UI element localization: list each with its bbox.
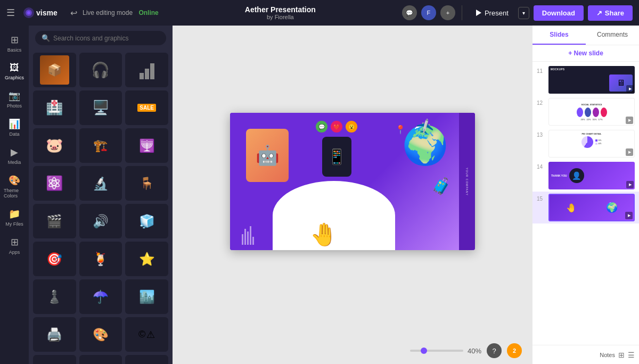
grid-view-button[interactable]: ⊞: [618, 351, 625, 359]
zoom-slider[interactable]: [410, 350, 463, 352]
undo-button[interactable]: ↩: [70, 8, 77, 18]
slide-thumb-14[interactable]: THANK YOU 👤 ▶: [548, 162, 635, 189]
icon-cell-5[interactable]: 🖥️: [79, 90, 122, 125]
download-button[interactable]: Download: [534, 5, 584, 21]
graphics-icon: 🖼: [10, 62, 19, 73]
add-collaborator-button[interactable]: +: [440, 5, 455, 20]
slide-number-11: 11: [537, 66, 545, 74]
slide-number-14: 14: [537, 162, 545, 170]
icon-cell-26[interactable]: 📈: [79, 355, 122, 364]
icon-cell-14[interactable]: 🔊: [79, 204, 122, 238]
slide-thumb-12[interactable]: SOCIAL STATISTICS 26% 22% 35% 17%: [548, 98, 635, 126]
new-slide-button[interactable]: + New slide: [532, 45, 639, 62]
icon-cell-10[interactable]: ⚛️: [33, 166, 76, 201]
sidebar-item-theme-colors[interactable]: 🎨 Theme Colors: [2, 170, 27, 203]
list-view-button[interactable]: ☰: [628, 351, 635, 359]
icon-cell-20[interactable]: ☂️: [79, 279, 122, 314]
app-logo: visme: [22, 6, 65, 19]
icon-cell-1[interactable]: 📦: [33, 53, 76, 87]
presentation-author: by Fiorella: [164, 14, 397, 20]
user-avatar[interactable]: F: [421, 5, 436, 20]
live-mode-indicator: Live editing mode Online: [83, 9, 159, 16]
right-panel: Slides Comments + New slide 11 MOCKUPS 🖥…: [532, 26, 639, 364]
icon-cell-8[interactable]: 🏗️: [79, 128, 122, 163]
sidebar-item-my-files[interactable]: 📁 My Files: [2, 204, 27, 231]
tab-slides[interactable]: Slides: [532, 26, 586, 45]
slide-thumb-11[interactable]: MOCKUPS 🖥 ▶: [548, 66, 635, 94]
sidebar-item-apps[interactable]: ⊞ Apps: [2, 232, 27, 259]
slide-item-12[interactable]: 12 SOCIAL STATISTICS 26% 22%: [532, 96, 639, 128]
icon-cell-11[interactable]: 🔬: [79, 166, 122, 201]
photos-icon: 📷: [9, 90, 20, 102]
icon-cell-7[interactable]: 🐷: [33, 128, 76, 163]
help-button[interactable]: ?: [487, 343, 502, 358]
slide-thumb-13[interactable]: PIE CHART DETAIL 56% 44% ▶: [548, 130, 635, 158]
basics-icon: ⊞: [11, 34, 19, 46]
comments-button[interactable]: 💬: [402, 5, 417, 20]
icon-cell-9[interactable]: 🕎: [125, 128, 168, 163]
icon-cell-15[interactable]: 🧊: [125, 204, 168, 238]
icon-cell-13[interactable]: 🎬: [33, 204, 76, 238]
notification-button[interactable]: 2: [507, 343, 522, 358]
graphics-grid-scroll[interactable]: 📦 🎧 🏥 🖥️ SALE 🐷 🏗️ 🕎 ⚛️ 🔬 🪑 🎬 🔊 🧊: [29, 51, 173, 364]
icon-cell-27[interactable]: %: [125, 355, 168, 364]
zoom-control: 40%: [410, 347, 481, 355]
icon-cell-17[interactable]: 🍹: [79, 242, 122, 276]
topbar: ☰ visme ↩ Live editing mode Online Aethe…: [0, 0, 639, 26]
search-icon: 🔍: [42, 34, 50, 42]
icon-cell-4[interactable]: 🏥: [33, 90, 76, 125]
icon-cell-23[interactable]: 🎨: [79, 317, 122, 352]
canvas-bottom-bar: 40% ? 2: [173, 337, 532, 364]
icon-grid: 📦 🎧 🏥 🖥️ SALE 🐷 🏗️ 🕎 ⚛️ 🔬 🪑 🎬 🔊 🧊: [33, 53, 168, 364]
slides-list: 11 MOCKUPS 🖥 ▶ 12 SOCIAL STATISTICS: [532, 62, 639, 345]
icon-cell-19[interactable]: ♟️: [33, 279, 76, 314]
canvas-area: YOUR COMPANY 🤖 💬: [173, 26, 532, 364]
slide-canvas[interactable]: YOUR COMPANY 🤖 💬: [230, 113, 475, 250]
zoom-label: 40%: [468, 347, 481, 355]
icon-cell-6[interactable]: SALE: [125, 90, 168, 125]
theme-colors-icon: 🎨: [9, 175, 20, 186]
icon-cell-21[interactable]: 🏙️: [125, 279, 168, 314]
icon-cell-2[interactable]: 🎧: [79, 53, 122, 87]
sidebar-item-photos[interactable]: 📷 Photos: [2, 86, 27, 113]
slides-tabs: Slides Comments: [532, 26, 639, 45]
search-bar: 🔍: [29, 26, 173, 51]
presentation-title: Aether Presentation: [164, 5, 397, 14]
presentation-title-area: Aether Presentation by Fiorella: [164, 5, 397, 20]
menu-icon[interactable]: ☰: [6, 7, 15, 19]
sidebar-item-basics[interactable]: ⊞ Basics: [2, 30, 27, 57]
canvas-wrapper[interactable]: YOUR COMPANY 🤖 💬: [173, 26, 532, 337]
search-input-wrap: 🔍: [35, 31, 166, 45]
sidebar-item-data[interactable]: 📊 Data: [2, 114, 27, 141]
svg-marker-4: [476, 10, 481, 16]
slide-number-12: 12: [537, 98, 545, 106]
zoom-thumb[interactable]: [421, 348, 427, 354]
sidebar-item-media[interactable]: ▶ Media: [2, 142, 27, 169]
icon-cell-18[interactable]: ⭐: [125, 242, 168, 276]
present-button[interactable]: Present: [469, 5, 514, 20]
media-icon: ▶: [11, 146, 18, 158]
present-chevron-button[interactable]: ▾: [518, 7, 529, 19]
icon-cell-3[interactable]: [125, 53, 168, 87]
slide-item-13[interactable]: 13 PIE CHART DETAIL 56% 44% ▶: [532, 128, 639, 160]
sidebar-item-graphics[interactable]: 🖼 Graphics: [2, 58, 27, 85]
tab-comments[interactable]: Comments: [586, 26, 639, 45]
icon-cell-22[interactable]: 🖨️: [33, 317, 76, 352]
icon-cell-12[interactable]: 🪑: [125, 166, 168, 201]
icon-cell-25[interactable]: 🌍: [33, 355, 76, 364]
tool-sidebar: ⊞ Basics 🖼 Graphics 📷 Photos 📊 Data ▶ Me…: [0, 26, 29, 364]
icon-cell-24[interactable]: ©⚠: [125, 317, 168, 352]
my-files-icon: 📁: [9, 208, 20, 220]
slide-item-15[interactable]: 15 🤚 🌍 ▶: [532, 192, 639, 224]
slide-number-13: 13: [537, 130, 545, 138]
slide-item-14[interactable]: 14 THANK YOU 👤 ▶: [532, 160, 639, 192]
share-button[interactable]: ↗Share: [588, 5, 633, 21]
slide-thumb-15[interactable]: 🤚 🌍 ▶: [548, 194, 635, 221]
notes-label: Notes: [600, 352, 615, 358]
search-input[interactable]: [53, 35, 160, 42]
apps-icon: ⊞: [11, 236, 19, 248]
slide-content: YOUR COMPANY 🤖 💬: [230, 113, 475, 250]
icon-cell-16[interactable]: 🎯: [33, 242, 76, 276]
main-layout: ⊞ Basics 🖼 Graphics 📷 Photos 📊 Data ▶ Me…: [0, 26, 639, 364]
slide-item-11[interactable]: 11 MOCKUPS 🖥 ▶: [532, 64, 639, 96]
